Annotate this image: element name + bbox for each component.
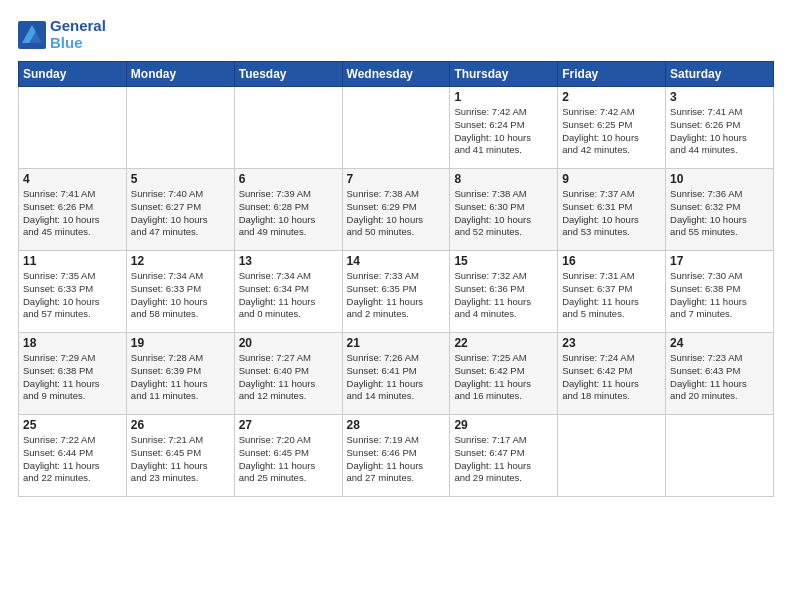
calendar-cell <box>342 87 450 169</box>
day-info: Sunrise: 7:27 AM Sunset: 6:40 PM Dayligh… <box>239 352 338 403</box>
calendar-cell: 15Sunrise: 7:32 AM Sunset: 6:36 PM Dayli… <box>450 251 558 333</box>
day-info: Sunrise: 7:21 AM Sunset: 6:45 PM Dayligh… <box>131 434 230 485</box>
calendar-cell <box>19 87 127 169</box>
weekday-header-thursday: Thursday <box>450 62 558 87</box>
week-row-2: 4Sunrise: 7:41 AM Sunset: 6:26 PM Daylig… <box>19 169 774 251</box>
day-number: 21 <box>347 336 446 350</box>
logo-text: General Blue <box>50 18 106 51</box>
calendar-table: SundayMondayTuesdayWednesdayThursdayFrid… <box>18 61 774 497</box>
day-number: 9 <box>562 172 661 186</box>
day-info: Sunrise: 7:38 AM Sunset: 6:30 PM Dayligh… <box>454 188 553 239</box>
calendar-header: SundayMondayTuesdayWednesdayThursdayFrid… <box>19 62 774 87</box>
day-number: 16 <box>562 254 661 268</box>
day-info: Sunrise: 7:22 AM Sunset: 6:44 PM Dayligh… <box>23 434 122 485</box>
week-row-3: 11Sunrise: 7:35 AM Sunset: 6:33 PM Dayli… <box>19 251 774 333</box>
day-info: Sunrise: 7:20 AM Sunset: 6:45 PM Dayligh… <box>239 434 338 485</box>
day-number: 23 <box>562 336 661 350</box>
day-info: Sunrise: 7:31 AM Sunset: 6:37 PM Dayligh… <box>562 270 661 321</box>
calendar-cell: 16Sunrise: 7:31 AM Sunset: 6:37 PM Dayli… <box>558 251 666 333</box>
logo-icon <box>18 21 46 49</box>
calendar-cell <box>558 415 666 497</box>
logo: General Blue <box>18 18 106 51</box>
day-number: 19 <box>131 336 230 350</box>
day-number: 8 <box>454 172 553 186</box>
weekday-header-friday: Friday <box>558 62 666 87</box>
day-number: 3 <box>670 90 769 104</box>
day-info: Sunrise: 7:24 AM Sunset: 6:42 PM Dayligh… <box>562 352 661 403</box>
weekday-header-monday: Monday <box>126 62 234 87</box>
day-number: 28 <box>347 418 446 432</box>
day-info: Sunrise: 7:32 AM Sunset: 6:36 PM Dayligh… <box>454 270 553 321</box>
calendar-body: 1Sunrise: 7:42 AM Sunset: 6:24 PM Daylig… <box>19 87 774 497</box>
day-number: 12 <box>131 254 230 268</box>
day-info: Sunrise: 7:38 AM Sunset: 6:29 PM Dayligh… <box>347 188 446 239</box>
day-info: Sunrise: 7:33 AM Sunset: 6:35 PM Dayligh… <box>347 270 446 321</box>
calendar-cell: 3Sunrise: 7:41 AM Sunset: 6:26 PM Daylig… <box>666 87 774 169</box>
calendar-cell: 5Sunrise: 7:40 AM Sunset: 6:27 PM Daylig… <box>126 169 234 251</box>
calendar-cell: 8Sunrise: 7:38 AM Sunset: 6:30 PM Daylig… <box>450 169 558 251</box>
header: General Blue <box>18 18 774 51</box>
day-number: 10 <box>670 172 769 186</box>
week-row-4: 18Sunrise: 7:29 AM Sunset: 6:38 PM Dayli… <box>19 333 774 415</box>
day-number: 1 <box>454 90 553 104</box>
day-number: 18 <box>23 336 122 350</box>
day-number: 22 <box>454 336 553 350</box>
day-info: Sunrise: 7:34 AM Sunset: 6:34 PM Dayligh… <box>239 270 338 321</box>
day-number: 20 <box>239 336 338 350</box>
day-number: 2 <box>562 90 661 104</box>
calendar-cell: 1Sunrise: 7:42 AM Sunset: 6:24 PM Daylig… <box>450 87 558 169</box>
day-number: 26 <box>131 418 230 432</box>
day-info: Sunrise: 7:25 AM Sunset: 6:42 PM Dayligh… <box>454 352 553 403</box>
day-info: Sunrise: 7:42 AM Sunset: 6:24 PM Dayligh… <box>454 106 553 157</box>
calendar-cell: 26Sunrise: 7:21 AM Sunset: 6:45 PM Dayli… <box>126 415 234 497</box>
day-info: Sunrise: 7:41 AM Sunset: 6:26 PM Dayligh… <box>670 106 769 157</box>
calendar-cell: 29Sunrise: 7:17 AM Sunset: 6:47 PM Dayli… <box>450 415 558 497</box>
day-number: 29 <box>454 418 553 432</box>
calendar-cell: 2Sunrise: 7:42 AM Sunset: 6:25 PM Daylig… <box>558 87 666 169</box>
calendar-cell: 14Sunrise: 7:33 AM Sunset: 6:35 PM Dayli… <box>342 251 450 333</box>
day-info: Sunrise: 7:29 AM Sunset: 6:38 PM Dayligh… <box>23 352 122 403</box>
day-number: 25 <box>23 418 122 432</box>
calendar-cell: 11Sunrise: 7:35 AM Sunset: 6:33 PM Dayli… <box>19 251 127 333</box>
day-info: Sunrise: 7:28 AM Sunset: 6:39 PM Dayligh… <box>131 352 230 403</box>
calendar-cell: 21Sunrise: 7:26 AM Sunset: 6:41 PM Dayli… <box>342 333 450 415</box>
day-info: Sunrise: 7:36 AM Sunset: 6:32 PM Dayligh… <box>670 188 769 239</box>
day-info: Sunrise: 7:30 AM Sunset: 6:38 PM Dayligh… <box>670 270 769 321</box>
week-row-1: 1Sunrise: 7:42 AM Sunset: 6:24 PM Daylig… <box>19 87 774 169</box>
weekday-header-tuesday: Tuesday <box>234 62 342 87</box>
calendar-cell: 24Sunrise: 7:23 AM Sunset: 6:43 PM Dayli… <box>666 333 774 415</box>
calendar-cell: 23Sunrise: 7:24 AM Sunset: 6:42 PM Dayli… <box>558 333 666 415</box>
day-number: 4 <box>23 172 122 186</box>
calendar-cell: 17Sunrise: 7:30 AM Sunset: 6:38 PM Dayli… <box>666 251 774 333</box>
calendar-cell: 6Sunrise: 7:39 AM Sunset: 6:28 PM Daylig… <box>234 169 342 251</box>
day-info: Sunrise: 7:37 AM Sunset: 6:31 PM Dayligh… <box>562 188 661 239</box>
calendar-cell: 19Sunrise: 7:28 AM Sunset: 6:39 PM Dayli… <box>126 333 234 415</box>
weekday-row: SundayMondayTuesdayWednesdayThursdayFrid… <box>19 62 774 87</box>
calendar-cell <box>234 87 342 169</box>
calendar-cell: 18Sunrise: 7:29 AM Sunset: 6:38 PM Dayli… <box>19 333 127 415</box>
week-row-5: 25Sunrise: 7:22 AM Sunset: 6:44 PM Dayli… <box>19 415 774 497</box>
calendar-cell: 9Sunrise: 7:37 AM Sunset: 6:31 PM Daylig… <box>558 169 666 251</box>
calendar-cell: 25Sunrise: 7:22 AM Sunset: 6:44 PM Dayli… <box>19 415 127 497</box>
calendar-cell: 4Sunrise: 7:41 AM Sunset: 6:26 PM Daylig… <box>19 169 127 251</box>
calendar-cell <box>666 415 774 497</box>
day-number: 6 <box>239 172 338 186</box>
day-number: 5 <box>131 172 230 186</box>
day-info: Sunrise: 7:19 AM Sunset: 6:46 PM Dayligh… <box>347 434 446 485</box>
day-info: Sunrise: 7:41 AM Sunset: 6:26 PM Dayligh… <box>23 188 122 239</box>
calendar-cell: 10Sunrise: 7:36 AM Sunset: 6:32 PM Dayli… <box>666 169 774 251</box>
calendar-cell: 28Sunrise: 7:19 AM Sunset: 6:46 PM Dayli… <box>342 415 450 497</box>
day-number: 13 <box>239 254 338 268</box>
day-info: Sunrise: 7:23 AM Sunset: 6:43 PM Dayligh… <box>670 352 769 403</box>
calendar-cell: 20Sunrise: 7:27 AM Sunset: 6:40 PM Dayli… <box>234 333 342 415</box>
day-number: 11 <box>23 254 122 268</box>
day-number: 14 <box>347 254 446 268</box>
day-number: 27 <box>239 418 338 432</box>
day-info: Sunrise: 7:42 AM Sunset: 6:25 PM Dayligh… <box>562 106 661 157</box>
calendar-cell: 7Sunrise: 7:38 AM Sunset: 6:29 PM Daylig… <box>342 169 450 251</box>
day-info: Sunrise: 7:17 AM Sunset: 6:47 PM Dayligh… <box>454 434 553 485</box>
day-info: Sunrise: 7:39 AM Sunset: 6:28 PM Dayligh… <box>239 188 338 239</box>
calendar-cell: 27Sunrise: 7:20 AM Sunset: 6:45 PM Dayli… <box>234 415 342 497</box>
day-number: 7 <box>347 172 446 186</box>
day-info: Sunrise: 7:35 AM Sunset: 6:33 PM Dayligh… <box>23 270 122 321</box>
